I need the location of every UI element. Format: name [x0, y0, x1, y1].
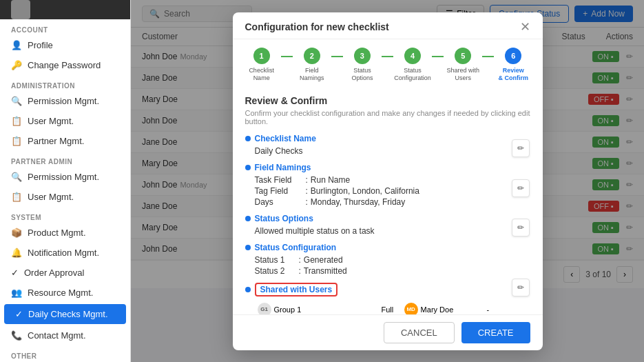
modal-header: Configuration for new checklist ✕: [233, 12, 543, 39]
sidebar-item-product[interactable]: 📦 Product Mgmt.: [0, 223, 130, 243]
review-subtitle: Confirm your checklist configuration and…: [245, 109, 530, 125]
resource-icon: 👥: [11, 288, 22, 298]
edit-checklist-name-button[interactable]: ✏: [512, 139, 530, 157]
section-field-namings: Field Namings Task Field:Run Name Tag Fi…: [245, 163, 507, 207]
sidebar-item-partner-mgmt[interactable]: 📋 Partner Mgmt.: [0, 131, 130, 151]
partner-user-icon: 📋: [11, 192, 22, 202]
edit-status-options-button[interactable]: ✏: [512, 219, 530, 237]
step-2[interactable]: 2 FieldNamings: [293, 48, 331, 83]
step-5[interactable]: 5 Shared withUsers: [444, 48, 482, 83]
sidebar-item-notification[interactable]: 🔔 Notification Mgmt.: [0, 243, 130, 263]
notification-icon: 🔔: [11, 248, 22, 258]
status-options-value: Allowed multiple status on a task: [255, 226, 507, 236]
edit-field-namings-button[interactable]: ✏: [512, 179, 530, 197]
step-1[interactable]: 1 ChecklistName: [242, 48, 281, 83]
field-row: Task Field:Run Name: [255, 175, 507, 185]
status-options-title: Status Options: [255, 214, 313, 223]
section-status-options: Status Options Allowed multiple status o…: [245, 214, 507, 236]
step-4[interactable]: 4 StatusConfiguration: [393, 48, 432, 83]
sidebar-item-permission-mgmt[interactable]: 🔍 Permission Mgmt.: [0, 91, 130, 111]
stepper: 1 ChecklistName 2 FieldNamings 3 StatusO…: [233, 39, 543, 88]
sidebar: ACCOUNT 👤 Profile 🔑 Change Password ADMI…: [0, 0, 131, 362]
field-namings-title: Field Namings: [255, 163, 311, 172]
sidebar-item-resource[interactable]: 👥 Resource Mgmt.: [0, 283, 130, 303]
close-icon[interactable]: ✕: [520, 21, 530, 33]
step-6[interactable]: 6 Review& Confirm: [494, 48, 532, 83]
sidebar-item-contact-mgmt[interactable]: 📞 Contact Mgmt.: [0, 325, 130, 345]
modal-title: Configuration for new checklist: [245, 21, 389, 32]
shared-users-title: Shared with Users: [255, 283, 338, 296]
modal-footer: CANCEL CREATE: [233, 314, 543, 350]
sidebar-logo: [0, 0, 130, 19]
sidebar-item-change-password[interactable]: 🔑 Change Password: [0, 55, 130, 75]
order-approval-icon: ✓: [11, 268, 19, 278]
section-status-config: Status Configuration Status 1:Generated …: [245, 243, 507, 276]
sidebar-item-daily-checks[interactable]: ✓ Daily Checks Mgmt.: [4, 304, 126, 324]
user-row: G1 Group 1 Full MD Mary Doe: [255, 301, 507, 314]
sidebar-section-account: ACCOUNT: [0, 19, 130, 35]
checklist-name-value: Daily Checks: [255, 146, 507, 156]
edit-shared-users-button[interactable]: ✏: [512, 279, 530, 296]
sidebar-section-system: SYSTEM: [0, 207, 130, 223]
status-config-row: Status 2:Transmitted: [255, 266, 507, 276]
section-shared-users: Shared with Users G1 Group 1: [245, 283, 507, 314]
sidebar-item-profile[interactable]: 👤 Profile: [0, 35, 130, 55]
sidebar-section-partner: PARTNER ADMIN: [0, 151, 130, 167]
key-icon: 🔑: [11, 60, 22, 70]
status-config-row: Status 1:Generated: [255, 255, 507, 265]
field-row: Days:Monday, Thursday, Friday: [255, 197, 507, 207]
user-mgmt-icon: 📋: [11, 116, 22, 126]
sidebar-item-user-mgmt[interactable]: 📋 User Mgmt.: [0, 111, 130, 131]
sidebar-item-order-approval[interactable]: ✓ Order Approval: [0, 263, 130, 283]
sidebar-section-admin: ADMINISTRATION: [0, 75, 130, 91]
users-table: G1 Group 1 Full MD Mary Doe: [255, 301, 507, 314]
partner-mgmt-icon: 📋: [11, 136, 22, 146]
modal-overlay: Configuration for new checklist ✕ 1 Chec…: [131, 0, 644, 362]
status-config-title: Status Configuration: [255, 243, 337, 252]
contact-mgmt-icon: 📞: [11, 330, 22, 341]
edit-icons-column: ✏ ✏ ✏: [507, 134, 530, 314]
daily-checks-icon: ✓: [15, 309, 23, 319]
sidebar-item-partner-user[interactable]: 📋 User Mgmt.: [0, 187, 130, 207]
partner-permission-icon: 🔍: [11, 172, 22, 182]
checklist-name-title: Checklist Name: [255, 134, 316, 143]
profile-icon: 👤: [11, 40, 22, 50]
cancel-button[interactable]: CANCEL: [384, 322, 455, 343]
main-area: 🔍 ☰ Filter Configure Status + Add Now Cu…: [131, 0, 644, 362]
field-row: Tag Field:Burlington, London, California: [255, 186, 507, 196]
step-3[interactable]: 3 StatusOptions: [343, 48, 382, 83]
sidebar-section-other: OTHER: [0, 345, 130, 361]
modal-body: Review & Confirm Confirm your checklist …: [233, 88, 543, 314]
create-button[interactable]: CREATE: [461, 322, 530, 343]
section-checklist-name: Checklist Name Daily Checks: [245, 134, 507, 156]
sidebar-item-partner-permission[interactable]: 🔍 Permission Mgmt.: [0, 167, 130, 187]
search-icon: 🔍: [11, 96, 22, 106]
product-icon: 📦: [11, 228, 22, 238]
modal: Configuration for new checklist ✕ 1 Chec…: [233, 12, 543, 350]
review-title: Review & Confirm: [245, 95, 530, 106]
